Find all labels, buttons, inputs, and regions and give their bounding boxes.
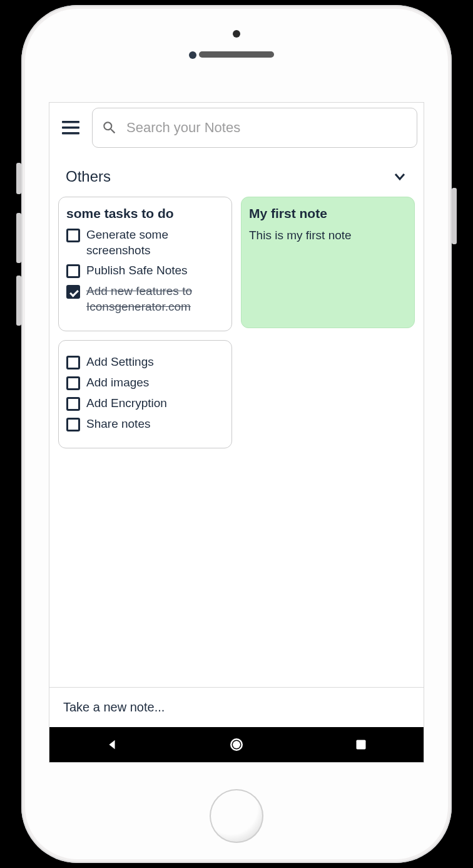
checkbox-icon[interactable] xyxy=(66,418,80,431)
note-card[interactable]: My first noteThis is my first note xyxy=(241,197,415,328)
task-item[interactable]: Add Encryption xyxy=(66,396,224,411)
new-note-bar[interactable]: Take a new note... xyxy=(49,687,424,727)
checkbox-icon[interactable] xyxy=(66,229,80,242)
phone-sensor xyxy=(189,51,196,59)
svg-rect-2 xyxy=(62,132,79,135)
note-body: This is my first note xyxy=(249,227,407,244)
task-item[interactable]: Generate some screenshots xyxy=(66,227,224,258)
back-icon xyxy=(105,738,119,752)
android-nav-bar xyxy=(49,727,424,762)
task-item[interactable]: Share notes xyxy=(66,416,224,432)
note-card[interactable]: some tasks to doGenerate some screenshot… xyxy=(58,197,232,331)
task-item[interactable]: Add new features to Iconsgenerator.com xyxy=(66,284,224,314)
section-header[interactable]: Others xyxy=(49,153,424,197)
task-text: Add Encryption xyxy=(86,396,167,411)
search-icon xyxy=(101,120,118,136)
notes-area: some tasks to doGenerate some screenshot… xyxy=(49,197,424,687)
home-circle-icon xyxy=(229,737,244,752)
search-input[interactable] xyxy=(126,120,408,136)
phone-camera xyxy=(233,30,240,38)
task-text: Generate some screenshots xyxy=(86,227,224,258)
task-text: Add Settings xyxy=(86,354,154,370)
menu-button[interactable] xyxy=(58,115,83,140)
nav-home-button[interactable] xyxy=(218,732,255,757)
note-title: My first note xyxy=(249,206,407,221)
note-card[interactable]: Add SettingsAdd imagesAdd EncryptionShar… xyxy=(58,340,232,448)
checkbox-checked-icon[interactable] xyxy=(66,285,80,299)
search-box[interactable] xyxy=(92,108,417,148)
task-list: Generate some screenshotsPublish Safe No… xyxy=(66,227,224,314)
notes-grid: some tasks to doGenerate some screenshot… xyxy=(58,197,415,457)
phone-frame: Others some tasks to doGenerate some scr… xyxy=(21,5,452,863)
task-list: Add SettingsAdd imagesAdd EncryptionShar… xyxy=(66,354,224,431)
nav-back-button[interactable] xyxy=(93,732,131,757)
checkbox-icon[interactable] xyxy=(66,264,80,278)
task-text: Share notes xyxy=(86,416,150,432)
task-item[interactable]: Publish Safe Notes xyxy=(66,263,224,279)
checkbox-icon[interactable] xyxy=(66,397,80,411)
chevron-down-icon xyxy=(392,169,407,184)
menu-icon xyxy=(62,121,79,135)
checkbox-icon[interactable] xyxy=(66,356,80,369)
section-title: Others xyxy=(66,168,111,185)
recent-square-icon xyxy=(355,738,367,751)
svg-point-5 xyxy=(233,741,240,748)
top-bar xyxy=(49,103,424,153)
task-text: Publish Safe Notes xyxy=(86,263,188,279)
svg-rect-1 xyxy=(62,127,79,129)
svg-rect-0 xyxy=(62,121,79,123)
note-title: some tasks to do xyxy=(66,206,224,221)
nav-recent-button[interactable] xyxy=(342,732,380,757)
task-text: Add new features to Iconsgenerator.com xyxy=(86,284,224,314)
task-item[interactable]: Add Settings xyxy=(66,354,224,370)
svg-rect-6 xyxy=(357,740,366,750)
section-toggle[interactable] xyxy=(392,169,407,184)
phone-home-button[interactable] xyxy=(210,789,263,843)
checkbox-icon[interactable] xyxy=(66,376,80,390)
task-text: Add images xyxy=(86,375,149,391)
task-item[interactable]: Add images xyxy=(66,375,224,391)
app-screen: Others some tasks to doGenerate some scr… xyxy=(49,102,424,763)
phone-speaker xyxy=(199,51,274,58)
